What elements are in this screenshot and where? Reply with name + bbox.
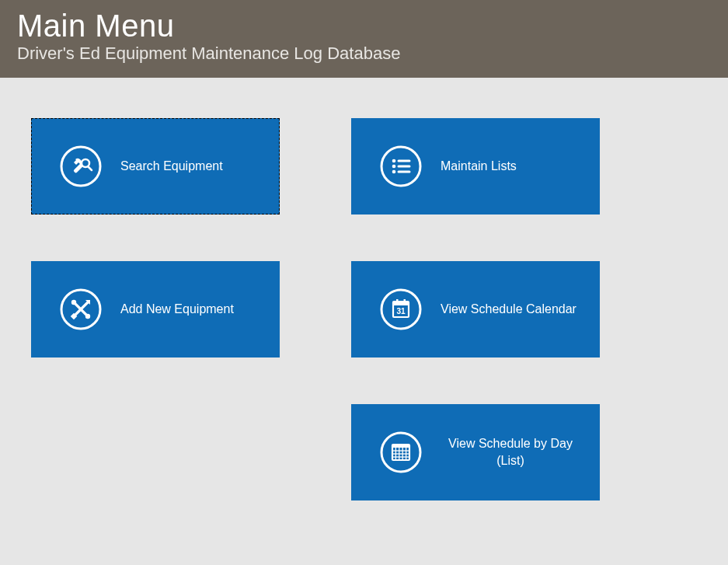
svg-point-14 — [71, 300, 76, 305]
svg-point-5 — [392, 159, 396, 163]
calendar-date-icon: 31 — [378, 287, 423, 332]
tile-view-schedule-by-day[interactable]: View Schedule by Day (List) — [351, 404, 600, 500]
tile-label: Maintain Lists — [441, 158, 517, 175]
header: Main Menu Driver's Ed Equipment Maintena… — [0, 0, 728, 78]
svg-point-23 — [381, 433, 420, 472]
tile-label: View Schedule by Day (List) — [441, 435, 580, 469]
list-icon — [378, 144, 423, 189]
svg-rect-20 — [396, 299, 399, 303]
tile-add-new-equipment[interactable]: Add New Equipment — [31, 261, 280, 357]
svg-text:31: 31 — [396, 307, 406, 316]
tile-maintain-lists[interactable]: Maintain Lists — [351, 118, 600, 214]
calendar-grid-icon — [378, 430, 423, 475]
svg-point-7 — [392, 170, 396, 174]
wrench-search-icon — [58, 144, 103, 189]
svg-rect-25 — [392, 445, 409, 448]
tools-icon — [58, 287, 103, 332]
svg-line-3 — [88, 166, 92, 170]
svg-point-6 — [392, 165, 396, 169]
tile-label: Add New Equipment — [120, 301, 234, 318]
tile-label: Search Equipment — [120, 158, 223, 175]
tile-search-equipment[interactable]: Search Equipment — [31, 118, 280, 214]
tile-view-schedule-calendar[interactable]: 31 View Schedule Calendar — [351, 261, 600, 357]
svg-rect-19 — [393, 302, 409, 305]
tile-label: View Schedule Calendar — [441, 301, 576, 318]
content-area: Search Equipment Maintain Lists — [0, 78, 728, 563]
svg-point-16 — [85, 314, 90, 319]
svg-rect-21 — [404, 299, 406, 303]
page-subtitle: Driver's Ed Equipment Maintenance Log Da… — [17, 44, 711, 64]
page-title: Main Menu — [17, 9, 711, 42]
